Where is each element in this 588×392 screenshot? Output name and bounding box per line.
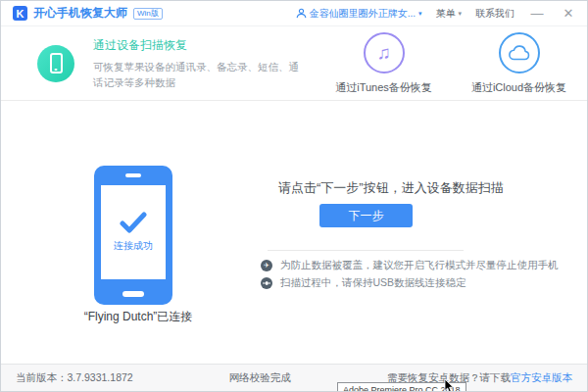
- app-title: 开心手机恢复大师: [33, 5, 127, 22]
- user-name: 金容仙圈里圈外正牌女...: [310, 7, 416, 21]
- phone-home-button: [122, 291, 144, 297]
- main-panel: 连接成功 “Flying Dutch”已连接 请点击“下一步”按钮，进入设备数据…: [1, 101, 587, 365]
- menu-label: 菜单: [435, 7, 455, 21]
- tab-icloud-label: 通过iCloud备份恢复: [471, 80, 566, 95]
- phone-screen: 连接成功: [101, 185, 166, 279]
- icloud-cloud-icon: [499, 32, 540, 74]
- tab-device-scan[interactable]: 通过设备扫描恢复 可恢复苹果设备的通讯录、备忘录、短信、通话记录等多种数据: [1, 37, 317, 90]
- divider: [268, 250, 464, 251]
- cloud-icon: [508, 44, 531, 62]
- android-version-link[interactable]: 官方安卓版本: [511, 371, 572, 383]
- device-scan-icon: [37, 45, 74, 82]
- chevron-down-icon: ▾: [418, 10, 422, 18]
- person-icon: [296, 8, 307, 19]
- contact-label: 联系我们: [475, 7, 514, 21]
- next-step-button[interactable]: 下一步: [319, 204, 413, 227]
- chevron-down-icon: ▾: [458, 10, 462, 18]
- checkmark-icon: [120, 212, 147, 233]
- tab-icloud-backup[interactable]: 通过iCloud备份恢复: [451, 32, 587, 95]
- device-connected-label: “Flying Dutch”已连接: [40, 309, 236, 325]
- user-account[interactable]: 金容仙圈里圈外正牌女... ▾: [296, 7, 422, 21]
- titlebar: K 开心手机恢复大师 Win版 金容仙圈里圈外正牌女... ▾ 菜单 ▾ 联系我…: [1, 1, 587, 26]
- minimize-button[interactable]: —: [528, 7, 546, 20]
- tab-device-title: 通过设备扫描恢复: [93, 37, 307, 54]
- app-logo-icon: K: [13, 6, 27, 21]
- version-number: 3.7.9331.1872: [68, 371, 133, 383]
- tab-itunes-label: 通过iTunes备份恢复: [335, 80, 432, 95]
- status-bar: 当前版本：3.7.9331.1872 网络校验完成 需要恢复安卓数据？请下载官方…: [1, 364, 587, 391]
- app-window: K 开心手机恢复大师 Win版 金容仙圈里圈外正牌女... ▾ 菜单 ▾ 联系我…: [0, 0, 588, 392]
- tip-airplane-mode: ✈ 为防止数据被覆盖，建议您开启飞行模式并尽量停止使用手机: [261, 259, 559, 272]
- tab-device-desc: 可恢复苹果设备的通讯录、备忘录、短信、通话记录等多种数据: [93, 59, 307, 90]
- contact-us-button[interactable]: 联系我们: [475, 7, 514, 21]
- usb-cable-icon: [263, 280, 270, 286]
- phone-icon: [50, 53, 63, 74]
- airplane-icon: ✈: [261, 260, 272, 271]
- mouse-cursor-icon: [444, 379, 455, 392]
- tip-text: 为防止数据被覆盖，建议您开启飞行模式并尽量停止使用手机: [280, 259, 559, 272]
- connection-status: 连接成功: [114, 239, 153, 253]
- version-info: 当前版本：3.7.9331.1872: [16, 371, 133, 385]
- connected-phone-illustration: 连接成功: [94, 166, 172, 305]
- version-label: 当前版本：: [16, 371, 68, 383]
- win-version-badge: Win版: [133, 8, 163, 20]
- close-button[interactable]: ✕: [560, 7, 577, 20]
- tip-text: 扫描过程中，请保持USB数据线连接稳定: [280, 276, 466, 290]
- menu-button[interactable]: 菜单 ▾: [435, 7, 462, 21]
- tab-itunes-backup[interactable]: ♫ 通过iTunes备份恢复: [317, 32, 451, 95]
- usb-icon: [261, 277, 272, 289]
- tip-usb-stable: 扫描过程中，请保持USB数据线连接稳定: [261, 276, 466, 290]
- recovery-mode-tabs: 通过设备扫描恢复 可恢复苹果设备的通讯录、备忘录、短信、通话记录等多种数据 ♫ …: [1, 26, 587, 101]
- phone-speaker: [125, 173, 141, 177]
- itunes-music-note-icon: ♫: [364, 32, 405, 74]
- instruction-text: 请点击“下一步”按钮，进入设备数据扫描: [278, 179, 504, 197]
